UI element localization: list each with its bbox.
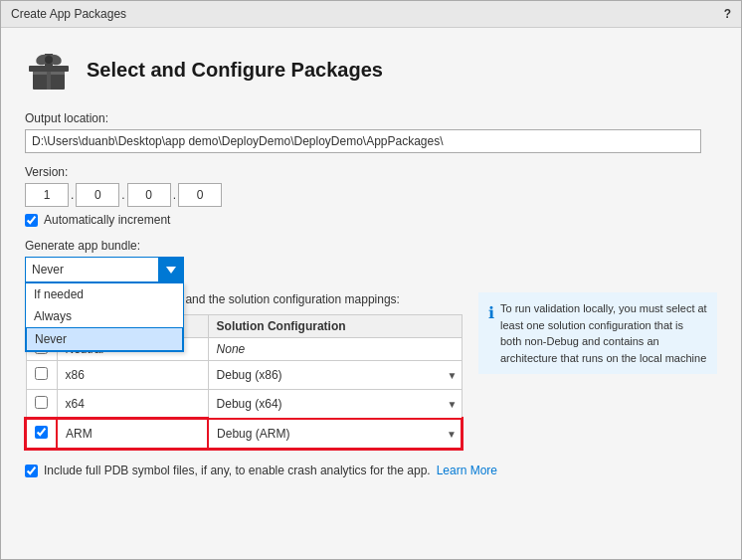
version-label: Version: [25,165,717,179]
version-major[interactable] [25,183,69,207]
row-config-arm: Debug (ARM) Release (ARM) ▼ [208,419,462,449]
info-text: To run validation locally, you must sele… [500,300,707,366]
row-config-x86: Debug (x86) Release (x86) ▼ [208,361,462,390]
auto-increment-label[interactable]: Automatically increment [44,213,170,227]
row-config-neutral: None [208,338,462,361]
popup-item-never[interactable]: Never [26,327,183,351]
arch-x64-checkbox[interactable] [35,396,48,409]
row-checkbox-cell [26,361,57,390]
popup-item-if-needed[interactable]: If needed [26,283,183,305]
learn-more-link[interactable]: Learn More [437,464,497,477]
window-title: Create App Packages [11,7,126,21]
row-checkbox-cell [26,419,57,449]
auto-increment-checkbox[interactable] [25,214,38,227]
auto-increment-row: Automatically increment [25,213,717,227]
version-row: . . . [25,183,717,207]
table-row-arm-highlighted: ARM Debug (ARM) Release (ARM) ▼ [26,419,462,449]
popup-item-always[interactable]: Always [26,305,183,327]
output-location-label: Output location: [25,111,717,125]
table-row: x86 Debug (x86) Release (x86) ▼ [26,361,462,390]
pdb-label[interactable]: Include full PDB symbol files, if any, t… [44,464,431,477]
svg-point-6 [45,56,53,64]
version-patch[interactable] [127,183,171,207]
row-checkbox-cell [26,390,57,420]
help-button[interactable]: ? [724,7,731,21]
pdb-checkbox[interactable] [25,465,38,477]
page-header: Select and Configure Packages [25,46,717,93]
config-select-x64[interactable]: Debug (x64) Release (x64) [217,393,454,415]
info-box: ℹ To run validation locally, you must se… [478,292,717,374]
output-location-input[interactable] [25,129,701,153]
main-content: Select and Configure Packages Output loc… [1,28,741,559]
packages-info-panel: ℹ To run validation locally, you must se… [478,292,717,450]
neutral-config-value: None [217,342,246,356]
col-solution-config: Solution Configuration [208,315,462,338]
generate-bundle-select[interactable]: Never If needed Always [25,257,184,282]
arch-x86-checkbox[interactable] [35,367,48,380]
row-arch-x64: x64 [57,390,208,420]
config-select-arm[interactable]: Debug (ARM) Release (ARM) [217,423,453,445]
gift-icon [25,46,73,93]
svg-rect-7 [47,72,51,90]
titlebar: Create App Packages ? [1,1,741,28]
generate-bundle-label: Generate app bundle: [25,239,717,253]
page-title: Select and Configure Packages [87,59,383,82]
version-build[interactable] [178,183,222,207]
row-arch-arm: ARM [57,419,208,449]
version-section: Version: . . . Automatically increment [25,165,717,227]
dropdown-popup: If needed Always Never [25,282,184,352]
row-config-x64: Debug (x64) Release (x64) ▼ [208,390,462,420]
generate-bundle-dropdown[interactable]: Never If needed Always If needed Always … [25,257,184,282]
output-location-section: Output location: [25,111,717,153]
config-select-x86[interactable]: Debug (x86) Release (x86) [217,364,454,386]
version-minor[interactable] [76,183,119,207]
row-arch-x86: x86 [57,361,208,390]
create-app-packages-window: Create App Packages ? Select and Configu… [0,0,742,560]
arch-arm-checkbox[interactable] [35,426,48,439]
table-row: x64 Debug (x64) Release (x64) ▼ [26,390,462,420]
footer-section: Include full PDB symbol files, if any, t… [25,464,717,477]
generate-bundle-section: Generate app bundle: Never If needed Alw… [25,239,717,282]
info-icon: ℹ [488,301,494,366]
